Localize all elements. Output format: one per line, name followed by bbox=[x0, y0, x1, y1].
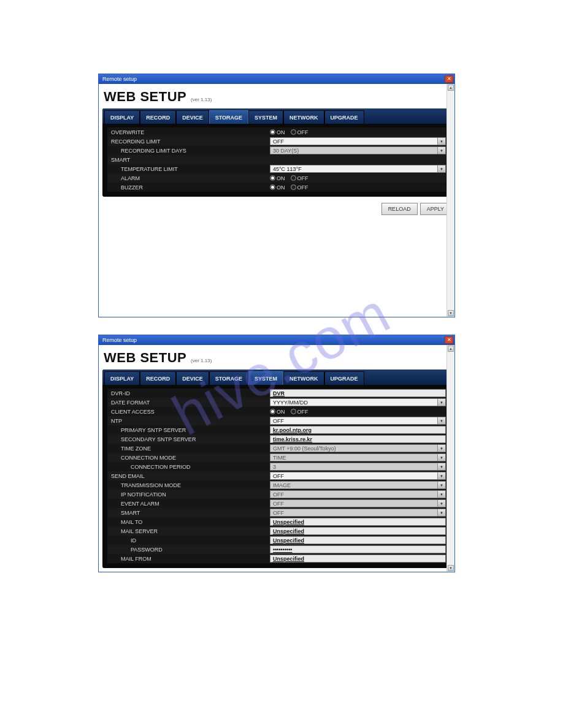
buzzer-off-radio[interactable]: OFF bbox=[291, 184, 308, 191]
tab-device[interactable]: DEVICE bbox=[176, 110, 209, 124]
scroll-down-icon[interactable]: ▼ bbox=[448, 565, 454, 571]
connection-mode-select[interactable]: TIME▼ bbox=[270, 453, 446, 461]
settings-panel: DISPLAY RECORD DEVICE STORAGE SYSTEM NET… bbox=[102, 108, 451, 197]
label-connection-period: CONNECTION PERIOD bbox=[107, 464, 270, 470]
tab-record[interactable]: RECORD bbox=[140, 110, 176, 124]
remote-setup-window-storage: Remote setup ✕ ▲ ▼ WEB SETUP (ver 1.13) … bbox=[98, 74, 455, 317]
tab-storage[interactable]: STORAGE bbox=[209, 371, 248, 385]
tab-display[interactable]: DISPLAY bbox=[104, 371, 140, 385]
tab-network[interactable]: NETWORK bbox=[283, 371, 324, 385]
titlebar[interactable]: Remote setup ✕ bbox=[99, 335, 454, 345]
chevron-down-icon: ▼ bbox=[437, 509, 445, 516]
tabs-bar: DISPLAY RECORD DEVICE STORAGE SYSTEM NET… bbox=[102, 370, 451, 385]
label-send-email: SEND EMAIL bbox=[107, 473, 270, 479]
alarm-off-radio[interactable]: OFF bbox=[291, 175, 308, 181]
chevron-down-icon: ▼ bbox=[437, 399, 445, 406]
scrollbar[interactable]: ▲ ▼ bbox=[446, 345, 454, 572]
scroll-down-icon[interactable]: ▼ bbox=[448, 310, 454, 316]
password-field[interactable]: •••••••••• bbox=[270, 545, 446, 553]
recording-limit-days-select[interactable]: 30 DAY(S)▼ bbox=[270, 146, 446, 154]
version-label: (ver 1.13) bbox=[191, 358, 212, 363]
reload-button[interactable]: RELOAD bbox=[381, 203, 418, 215]
tab-display[interactable]: DISPLAY bbox=[104, 110, 140, 124]
settings-panel: DISPLAY RECORD DEVICE STORAGE SYSTEM NET… bbox=[102, 370, 451, 568]
label-smart: SMART bbox=[107, 157, 270, 163]
version-label: (ver 1.13) bbox=[191, 97, 212, 102]
label-mail-to: MAIL TO bbox=[107, 519, 270, 525]
mail-to-field[interactable]: Unspecified bbox=[270, 518, 446, 526]
chevron-down-icon: ▼ bbox=[437, 147, 445, 154]
label-alarm: ALARM bbox=[107, 175, 270, 181]
scroll-up-icon[interactable]: ▲ bbox=[448, 85, 454, 91]
label-ip-notification: IP NOTIFICATION bbox=[107, 491, 270, 498]
tab-network[interactable]: NETWORK bbox=[283, 110, 324, 124]
chevron-down-icon: ▼ bbox=[437, 491, 445, 498]
tab-record[interactable]: RECORD bbox=[140, 371, 176, 385]
chevron-down-icon: ▼ bbox=[437, 482, 445, 488]
label-ntp: NTP bbox=[107, 418, 270, 424]
label-primary-sntp: PRIMARY SNTP SERVER bbox=[107, 427, 270, 433]
chevron-down-icon: ▼ bbox=[437, 445, 445, 452]
label-id: ID bbox=[107, 537, 270, 544]
chevron-down-icon: ▼ bbox=[437, 454, 445, 461]
ip-notification-select[interactable]: OFF▼ bbox=[270, 490, 446, 498]
scrollbar[interactable]: ▲ ▼ bbox=[446, 84, 454, 317]
overwrite-on-radio[interactable]: ON bbox=[270, 129, 285, 135]
close-icon[interactable]: ✕ bbox=[445, 75, 453, 83]
close-icon[interactable]: ✕ bbox=[445, 336, 453, 344]
label-transmission-mode: TRANSMISSION MODE bbox=[107, 482, 270, 488]
event-alarm-select[interactable]: OFF▼ bbox=[270, 499, 446, 507]
label-secondary-sntp: SECONDARY SNTP SERVER bbox=[107, 436, 270, 442]
tab-storage[interactable]: STORAGE bbox=[209, 110, 248, 124]
date-format-select[interactable]: YYYY/MM/DD▼ bbox=[270, 398, 446, 406]
tab-device[interactable]: DEVICE bbox=[176, 371, 209, 385]
label-event-alarm: EVENT ALARM bbox=[107, 501, 270, 507]
mail-from-field[interactable]: Unspecified bbox=[270, 555, 446, 563]
label-client-access: CLIENT ACCESS bbox=[107, 409, 270, 415]
tab-system[interactable]: SYSTEM bbox=[248, 110, 283, 124]
tab-system[interactable]: SYSTEM bbox=[248, 371, 283, 385]
label-buzzer: BUZZER bbox=[107, 184, 270, 191]
smart-mail-select[interactable]: OFF▼ bbox=[270, 509, 446, 517]
label-mail-server: MAIL SERVER bbox=[107, 528, 270, 534]
primary-sntp-field[interactable]: kr.pool.ntp.org bbox=[270, 426, 446, 434]
label-time-zone: TIME ZONE bbox=[107, 446, 270, 452]
chevron-down-icon: ▼ bbox=[437, 500, 445, 507]
label-overwrite: OVERWRITE bbox=[107, 129, 270, 135]
scroll-up-icon[interactable]: ▲ bbox=[448, 346, 454, 352]
recording-limit-select[interactable]: OFF▼ bbox=[270, 137, 446, 145]
label-recording-limit: RECORDING LIMIT bbox=[107, 138, 270, 145]
label-recording-limit-days: RECORDING LIMIT DAYS bbox=[107, 148, 270, 154]
titlebar-title: Remote setup bbox=[100, 337, 137, 343]
page-title: WEB SETUP bbox=[104, 350, 186, 366]
send-email-select[interactable]: OFF▼ bbox=[270, 472, 446, 480]
titlebar-title: Remote setup bbox=[100, 76, 137, 82]
overwrite-off-radio[interactable]: OFF bbox=[291, 129, 308, 135]
ntp-select[interactable]: OFF▼ bbox=[270, 417, 446, 425]
titlebar[interactable]: Remote setup ✕ bbox=[99, 74, 454, 84]
chevron-down-icon: ▼ bbox=[437, 472, 445, 479]
transmission-mode-select[interactable]: IMAGE▼ bbox=[270, 481, 446, 489]
buzzer-on-radio[interactable]: ON bbox=[270, 184, 285, 191]
label-dvr-id: DVR-ID bbox=[107, 390, 270, 396]
alarm-on-radio[interactable]: ON bbox=[270, 175, 285, 181]
tabs-bar: DISPLAY RECORD DEVICE STORAGE SYSTEM NET… bbox=[102, 108, 451, 124]
client-access-on-radio[interactable]: ON bbox=[270, 409, 285, 415]
id-field[interactable]: Unspecified bbox=[270, 536, 446, 544]
label-smart-mail: SMART bbox=[107, 510, 270, 516]
secondary-sntp-field[interactable]: time.kriss.re.kr bbox=[270, 435, 446, 443]
tab-upgrade[interactable]: UPGRADE bbox=[324, 110, 364, 124]
mail-server-field[interactable]: Unspecified bbox=[270, 527, 446, 535]
connection-period-select[interactable]: 3▼ bbox=[270, 463, 446, 471]
label-mail-from: MAIL FROM bbox=[107, 556, 270, 562]
tab-upgrade[interactable]: UPGRADE bbox=[324, 371, 364, 385]
temperature-limit-select[interactable]: 45°C 113°F▼ bbox=[270, 165, 446, 173]
time-zone-select[interactable]: GMT +9:00 (Seoul/Tokyo)▼ bbox=[270, 444, 446, 452]
chevron-down-icon: ▼ bbox=[437, 417, 445, 424]
dvr-id-field[interactable]: DVR bbox=[270, 389, 446, 397]
chevron-down-icon: ▼ bbox=[437, 463, 445, 470]
page-title: WEB SETUP bbox=[104, 89, 186, 105]
client-access-off-radio[interactable]: OFF bbox=[291, 409, 308, 415]
label-date-format: DATE FORMAT bbox=[107, 400, 270, 406]
label-connection-mode: CONNECTION MODE bbox=[107, 455, 270, 461]
